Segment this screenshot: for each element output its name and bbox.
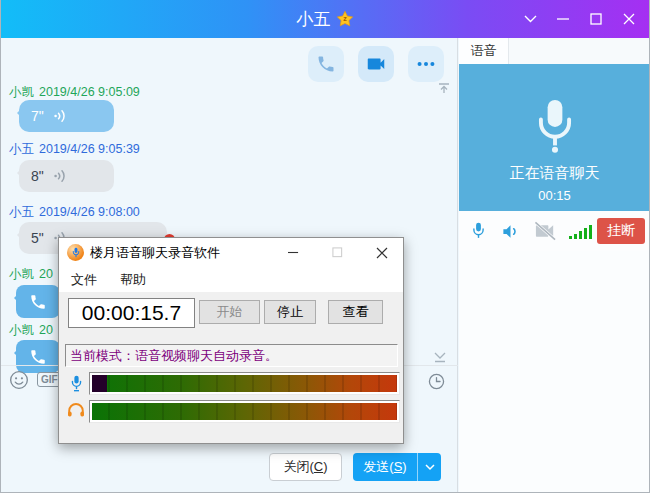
send-options-button[interactable] — [418, 464, 441, 471]
recorder-menubar: 文件 帮助 — [59, 267, 403, 292]
message-time: 2019/4/26 9:05:39 — [39, 142, 140, 156]
message-time: 20 — [39, 267, 53, 281]
stop-button[interactable]: 停止 — [264, 300, 316, 324]
mode-status-text: 当前模式：语音视频聊天自动录音。 — [65, 344, 398, 367]
window-title: 小五 — [297, 8, 331, 31]
headphones-icon — [66, 402, 86, 418]
signal-strength-indicator — [569, 222, 597, 240]
call-duration: 00:15 — [459, 188, 650, 203]
hangup-button[interactable]: 挂断 — [597, 218, 645, 244]
message-time: 20 — [39, 323, 53, 337]
smiley-icon — [9, 370, 29, 390]
message-header: 小凯20 — [9, 322, 53, 339]
recorder-close-icon[interactable] — [375, 246, 388, 259]
titlebar: 小五 z — [1, 0, 649, 38]
sender-name: 小凯 — [9, 323, 34, 337]
voice-call-bubble[interactable] — [16, 340, 60, 373]
tab-voice[interactable]: 语音 — [459, 38, 509, 64]
emoji-button[interactable] — [9, 370, 29, 394]
recorder-maximize-icon[interactable] — [331, 246, 344, 259]
microphone-logo-icon — [71, 247, 81, 259]
speaker-level-icon — [66, 402, 86, 422]
message-history-button[interactable] — [428, 373, 445, 394]
sender-name: 小五 — [9, 142, 34, 156]
microphone-icon — [69, 374, 84, 393]
menu-help[interactable]: 帮助 — [120, 271, 146, 289]
menu-file[interactable]: 文件 — [71, 271, 97, 289]
close-icon[interactable] — [621, 11, 637, 27]
message-time: 2019/4/26 9:05:09 — [39, 85, 140, 99]
camera-toggle[interactable] — [534, 221, 557, 241]
maximize-icon[interactable] — [588, 11, 604, 27]
window-controls — [522, 0, 637, 38]
signal-bars-icon — [569, 222, 597, 240]
microphone-large-icon — [529, 96, 581, 158]
phone-icon — [316, 54, 336, 74]
mic-level-icon — [69, 374, 84, 397]
start-button[interactable]: 开始 — [199, 300, 260, 324]
voice-duration: 8" — [31, 168, 44, 184]
sender-name: 小凯 — [9, 85, 34, 99]
call-status-text: 正在语音聊天 — [459, 164, 650, 183]
send-button[interactable]: 发送(S) — [353, 458, 417, 476]
message-header: 小五2019/4/26 9:08:00 — [9, 204, 140, 221]
vip-star-icon[interactable]: z — [336, 10, 354, 28]
recorder-dialog: 楼月语音聊天录音软件 文件 帮助 00:00:15.7 开始 停止 查看 — [58, 237, 404, 444]
phone-icon — [29, 348, 47, 366]
camera-off-icon — [534, 221, 557, 241]
video-call-button[interactable] — [358, 46, 394, 82]
video-camera-icon — [365, 53, 387, 75]
chat-toolbar — [308, 46, 444, 82]
message-time: 2019/4/26 9:08:00 — [39, 205, 140, 219]
speaker-icon — [501, 222, 520, 241]
minimize-icon[interactable] — [555, 11, 571, 27]
chevron-down-icon — [425, 464, 435, 471]
window-title-wrap: 小五 z — [297, 8, 354, 31]
voice-call-panel: 语音 正在语音聊天 00:15 — [459, 38, 650, 493]
qq-chat-window: 小五 z — [0, 0, 650, 493]
clock-icon — [428, 373, 445, 390]
view-button[interactable]: 查看 — [328, 300, 383, 324]
voice-duration: 7" — [31, 108, 44, 124]
message-header: 小凯2019/4/26 9:05:09 — [9, 84, 140, 101]
sender-name: 小五 — [9, 205, 34, 219]
message-header: 小凯20 — [9, 266, 53, 283]
recorder-minimize-icon[interactable] — [287, 246, 300, 259]
scroll-to-top-icon[interactable] — [437, 81, 451, 99]
voice-duration: 5" — [31, 230, 44, 246]
sound-waves-icon — [54, 169, 67, 183]
output-level-meter — [89, 400, 400, 423]
recording-timer-display: 00:00:15.7 — [68, 298, 195, 328]
voice-call-bubble[interactable] — [16, 285, 60, 318]
microphone-level-meter — [89, 372, 400, 395]
sound-waves-icon — [54, 109, 67, 123]
call-controls-row: 挂断 — [459, 211, 650, 251]
send-button-group: 发送(S) — [353, 453, 441, 481]
phone-icon — [29, 293, 47, 311]
microphone-toggle[interactable] — [470, 221, 487, 242]
recorder-app-icon — [67, 244, 84, 261]
more-dots-icon — [415, 53, 437, 75]
recorder-window-controls — [287, 246, 388, 259]
voice-message-bubble[interactable]: 8" — [19, 160, 114, 192]
svg-text:z: z — [343, 14, 347, 23]
speaker-toggle[interactable] — [501, 222, 520, 241]
recorder-titlebar: 楼月语音聊天录音软件 — [59, 238, 403, 267]
close-button[interactable]: 关闭(C) — [269, 453, 342, 481]
voice-message-bubble[interactable]: 7" — [19, 100, 114, 132]
recorder-title: 楼月语音聊天录音软件 — [90, 244, 287, 262]
sender-name: 小凯 — [9, 267, 34, 281]
voice-call-button[interactable] — [308, 46, 344, 82]
more-options-button[interactable] — [408, 46, 444, 82]
message-header: 小五2019/4/26 9:05:39 — [9, 141, 140, 158]
panel-tab-row: 语音 — [459, 38, 650, 64]
microphone-icon — [470, 221, 487, 242]
spread-chevron-icon[interactable] — [522, 11, 538, 27]
voice-call-status-panel: 正在语音聊天 00:15 — [459, 64, 650, 211]
recorder-body: 00:00:15.7 开始 停止 查看 当前模式：语音视频聊天自动录音。 — [59, 292, 403, 443]
